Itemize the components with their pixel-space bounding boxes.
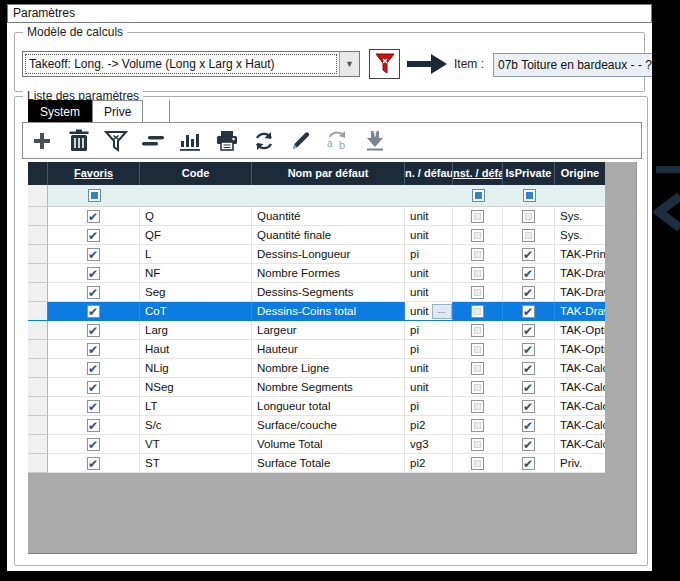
isprivate-filter-checkbox[interactable]	[523, 189, 536, 202]
nom-cell[interactable]: Dessins-Coins total	[252, 302, 405, 321]
corner-header-cell[interactable]	[28, 162, 48, 185]
inst-cell[interactable]	[453, 245, 503, 264]
row-header[interactable]	[28, 359, 48, 378]
inst-cell[interactable]	[453, 321, 503, 340]
tab-prive[interactable]: Prive	[92, 100, 143, 123]
code-cell[interactable]: NLig	[140, 359, 252, 378]
origine-cell[interactable]: TAK-Calc	[555, 378, 605, 397]
inst-checkbox[interactable]	[471, 438, 484, 451]
table-row[interactable]: HautHauteurpiTAK-Opti	[28, 340, 605, 359]
col-header-code[interactable]: Code	[140, 162, 252, 185]
nom-cell[interactable]: Longueur total	[252, 397, 405, 416]
favoris-cell[interactable]	[48, 207, 140, 226]
inst-checkbox[interactable]	[471, 229, 484, 242]
origine-cell[interactable]: TAK-Draw	[555, 302, 605, 321]
favoris-cell[interactable]	[48, 226, 140, 245]
row-header[interactable]	[28, 245, 48, 264]
isprivate-checkbox[interactable]	[522, 419, 535, 432]
origine-cell[interactable]: TAK-Calc	[555, 397, 605, 416]
inst-cell[interactable]	[453, 359, 503, 378]
nom-cell[interactable]: Surface/couche	[252, 416, 405, 435]
isprivate-cell[interactable]	[503, 378, 555, 397]
row-header[interactable]	[28, 416, 48, 435]
isprivate-cell[interactable]	[503, 416, 555, 435]
isprivate-checkbox[interactable]	[522, 229, 535, 242]
favoris-checkbox[interactable]	[87, 210, 100, 223]
row-header[interactable]	[28, 264, 48, 283]
row-header[interactable]	[28, 226, 48, 245]
row-header[interactable]	[28, 378, 48, 397]
favoris-checkbox[interactable]	[87, 457, 100, 470]
nom-cell[interactable]: Nombre Segments	[252, 378, 405, 397]
nom-cell[interactable]: Nombre Ligne	[252, 359, 405, 378]
favoris-cell[interactable]	[48, 359, 140, 378]
inst-checkbox[interactable]	[471, 419, 484, 432]
inst-filter-checkbox[interactable]	[472, 189, 485, 202]
unit-cell[interactable]: unit	[405, 264, 453, 283]
row-header[interactable]	[28, 321, 48, 340]
inst-checkbox[interactable]	[471, 305, 484, 318]
combobox-dropdown-button[interactable]: ▼	[339, 52, 359, 76]
nom-cell[interactable]: Nombre Formes	[252, 264, 405, 283]
isprivate-cell[interactable]	[503, 207, 555, 226]
inst-checkbox[interactable]	[471, 343, 484, 356]
unit-cell[interactable]: pi	[405, 340, 453, 359]
isprivate-checkbox[interactable]	[522, 457, 535, 470]
unit-cell[interactable]: unit	[405, 207, 453, 226]
inst-checkbox[interactable]	[471, 210, 484, 223]
inst-cell[interactable]	[453, 378, 503, 397]
origine-cell[interactable]: TAK-Opti	[555, 321, 605, 340]
favoris-checkbox[interactable]	[87, 267, 100, 280]
unit-cell[interactable]: pi	[405, 245, 453, 264]
table-row[interactable]: LTLongueur totalpiTAK-Calc	[28, 397, 605, 416]
nom-cell[interactable]: Volume Total	[252, 435, 405, 454]
origine-cell[interactable]: Sys.	[555, 207, 605, 226]
code-cell[interactable]: Haut	[140, 340, 252, 359]
favoris-cell[interactable]	[48, 416, 140, 435]
table-row[interactable]: NSegNombre SegmentsunitTAK-Calc	[28, 378, 605, 397]
add-button[interactable]	[23, 126, 60, 156]
unit-cell[interactable]: pi	[405, 397, 453, 416]
isprivate-cell[interactable]	[503, 340, 555, 359]
code-cell[interactable]: VT	[140, 435, 252, 454]
favoris-checkbox[interactable]	[87, 343, 100, 356]
code-cell[interactable]: Seg	[140, 283, 252, 302]
code-cell[interactable]: NSeg	[140, 378, 252, 397]
isprivate-cell[interactable]	[503, 264, 555, 283]
favoris-cell[interactable]	[48, 378, 140, 397]
refresh-button[interactable]	[245, 126, 282, 156]
favoris-cell[interactable]	[48, 264, 140, 283]
isprivate-checkbox[interactable]	[522, 343, 535, 356]
row-header[interactable]	[28, 397, 48, 416]
inst-cell[interactable]	[453, 283, 503, 302]
isprivate-cell[interactable]	[503, 226, 555, 245]
delete-button[interactable]	[60, 126, 97, 156]
favoris-cell[interactable]	[48, 397, 140, 416]
unit-cell[interactable]: unit	[405, 378, 453, 397]
model-filter-button[interactable]	[369, 49, 400, 79]
origine-cell[interactable]: TAK-Draw	[555, 283, 605, 302]
favoris-checkbox[interactable]	[87, 381, 100, 394]
row-header[interactable]	[28, 283, 48, 302]
favoris-filter-checkbox[interactable]	[88, 189, 101, 202]
code-cell[interactable]: CoT	[140, 302, 252, 321]
isprivate-checkbox[interactable]	[522, 305, 535, 318]
origine-cell[interactable]: TAK-Calc	[555, 359, 605, 378]
row-header[interactable]	[28, 435, 48, 454]
inst-checkbox[interactable]	[471, 400, 484, 413]
edit-button[interactable]	[282, 126, 319, 156]
isprivate-checkbox[interactable]	[522, 324, 535, 337]
favoris-cell[interactable]	[48, 340, 140, 359]
isprivate-checkbox[interactable]	[522, 210, 535, 223]
isprivate-checkbox[interactable]	[522, 400, 535, 413]
isprivate-checkbox[interactable]	[522, 248, 535, 261]
isprivate-checkbox[interactable]	[522, 362, 535, 375]
merge-lines-button[interactable]	[134, 126, 171, 156]
inst-cell[interactable]	[453, 207, 503, 226]
inst-checkbox[interactable]	[471, 324, 484, 337]
nom-cell[interactable]: Largeur	[252, 321, 405, 340]
filter-favoris-cell[interactable]	[48, 189, 140, 202]
nom-cell[interactable]: Surface Totale	[252, 454, 405, 473]
favoris-checkbox[interactable]	[87, 419, 100, 432]
nom-cell[interactable]: Quantité finale	[252, 226, 405, 245]
